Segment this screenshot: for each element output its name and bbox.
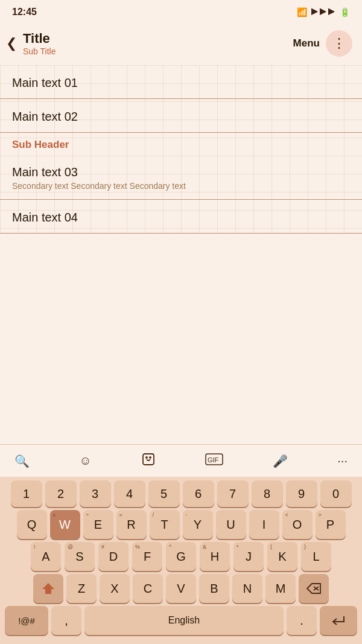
back-button[interactable]: ❮ <box>6 36 17 51</box>
key-t[interactable]: /T <box>150 510 180 539</box>
key-d[interactable]: #D <box>98 542 129 571</box>
key-b[interactable]: B <box>199 574 229 603</box>
key-3[interactable]: 3 <box>80 480 111 507</box>
app-header: ❮ Title Sub Title Menu ⋮ <box>0 24 362 65</box>
key-p[interactable]: >P <box>316 510 346 539</box>
asdf-row: !A @S #D %F ^G &H *J (K )L <box>2 542 360 571</box>
qwerty-row: Q xW ÷E =R /T -Y U I <O >P <box>2 510 360 539</box>
period-key[interactable]: . <box>287 606 317 635</box>
key-e[interactable]: ÷E <box>83 510 113 539</box>
key-5[interactable]: 5 <box>148 480 180 507</box>
secondary-text-3: Secondary text Secondary text Secondary … <box>12 181 350 191</box>
key-o[interactable]: <O <box>282 510 313 539</box>
key-c[interactable]: C <box>133 574 163 603</box>
status-bar: 12:45 📶 ⯈⯈⯈ 🔋 <box>0 0 362 24</box>
key-0[interactable]: 0 <box>320 480 352 507</box>
bottom-row: !@# , English . <box>2 606 360 635</box>
list-item-3[interactable]: Main text 03 Secondary text Secondary te… <box>0 155 362 200</box>
main-text-3: Main text 03 <box>12 165 350 179</box>
key-y[interactable]: -Y <box>183 510 213 539</box>
space-key[interactable]: English <box>84 606 284 635</box>
keyboard-rows: 1 2 3 4 5 6 7 8 9 0 Q xW ÷E =R /T -Y U I… <box>0 477 362 644</box>
menu-label[interactable]: Menu <box>293 37 320 49</box>
key-q[interactable]: Q <box>17 510 47 539</box>
list-item-4[interactable]: Main text 04 <box>0 200 362 234</box>
battery-icon: 🔋 <box>340 7 350 17</box>
sub-header-label: Sub Header <box>12 139 69 150</box>
key-z[interactable]: Z <box>66 574 97 603</box>
key-l[interactable]: )L <box>301 542 331 571</box>
header-left: ❮ Title Sub Title <box>6 31 56 56</box>
key-x[interactable]: X <box>100 574 130 603</box>
key-j[interactable]: *J <box>233 542 264 571</box>
list-area: Main text 01 Main text 02 Sub Header Mai… <box>0 65 362 234</box>
comma-key[interactable]: , <box>51 606 81 635</box>
key-u[interactable]: U <box>216 510 246 539</box>
svg-point-1 <box>146 457 147 458</box>
key-1[interactable]: 1 <box>11 480 42 507</box>
wifi-icon: 📶 <box>297 7 307 17</box>
page-subtitle: Sub Title <box>23 46 56 56</box>
keyboard-toolbar: 🔍 ☺ GIF 🎤 ··· <box>0 444 362 477</box>
zxcv-row: Z X C V B N M <box>2 574 360 603</box>
key-4[interactable]: 4 <box>114 480 145 507</box>
key-f[interactable]: %F <box>132 542 162 571</box>
key-6[interactable]: 6 <box>183 480 214 507</box>
key-n[interactable]: N <box>232 574 262 603</box>
menu-dots-button[interactable]: ⋮ <box>326 30 352 57</box>
key-m[interactable]: M <box>265 574 296 603</box>
gif-button[interactable]: GIF <box>200 451 228 471</box>
number-row: 1 2 3 4 5 6 7 8 9 0 <box>2 480 360 507</box>
key-s[interactable]: @S <box>65 542 95 571</box>
svg-marker-5 <box>42 583 54 594</box>
keyboard: 🔍 ☺ GIF 🎤 ··· 1 2 3 4 5 6 <box>0 444 362 644</box>
header-right: Menu ⋮ <box>293 30 352 57</box>
sub-header-section: Sub Header <box>0 133 362 155</box>
key-r[interactable]: =R <box>116 510 147 539</box>
main-text-4: Main text 04 <box>12 211 350 225</box>
key-i[interactable]: I <box>249 510 279 539</box>
key-h[interactable]: &H <box>200 542 230 571</box>
signal-icon: ⯈⯈⯈ <box>311 7 336 17</box>
svg-point-2 <box>150 457 151 458</box>
emoji-button[interactable]: ☺ <box>74 451 96 470</box>
key-k[interactable]: (K <box>267 542 297 571</box>
svg-text:GIF: GIF <box>208 456 219 464</box>
list-item-2[interactable]: Main text 02 <box>0 99 362 133</box>
special-key[interactable]: !@# <box>5 606 48 635</box>
main-text-1: Main text 01 <box>12 76 350 90</box>
status-icons: 📶 ⯈⯈⯈ 🔋 <box>297 7 350 17</box>
page-title: Title <box>23 31 56 46</box>
key-w[interactable]: xW <box>50 510 80 539</box>
shift-key[interactable] <box>33 574 63 603</box>
key-8[interactable]: 8 <box>252 480 283 507</box>
list-item-1[interactable]: Main text 01 <box>0 65 362 99</box>
key-a[interactable]: !A <box>31 542 61 571</box>
key-g[interactable]: ^G <box>166 542 196 571</box>
sticker-button[interactable] <box>136 450 160 472</box>
status-time: 12:45 <box>12 7 37 18</box>
dots-icon: ⋮ <box>332 37 346 50</box>
backspace-key[interactable] <box>299 574 329 603</box>
mic-button[interactable]: 🎤 <box>268 451 293 471</box>
key-7[interactable]: 7 <box>217 480 249 507</box>
search-button[interactable]: 🔍 <box>10 451 34 471</box>
key-2[interactable]: 2 <box>45 480 77 507</box>
more-button[interactable]: ··· <box>332 451 352 470</box>
header-titles: Title Sub Title <box>23 31 56 56</box>
key-9[interactable]: 9 <box>286 480 317 507</box>
svg-rect-0 <box>143 454 154 465</box>
enter-key[interactable] <box>320 606 357 635</box>
key-v[interactable]: V <box>166 574 196 603</box>
main-text-2: Main text 02 <box>12 110 350 124</box>
